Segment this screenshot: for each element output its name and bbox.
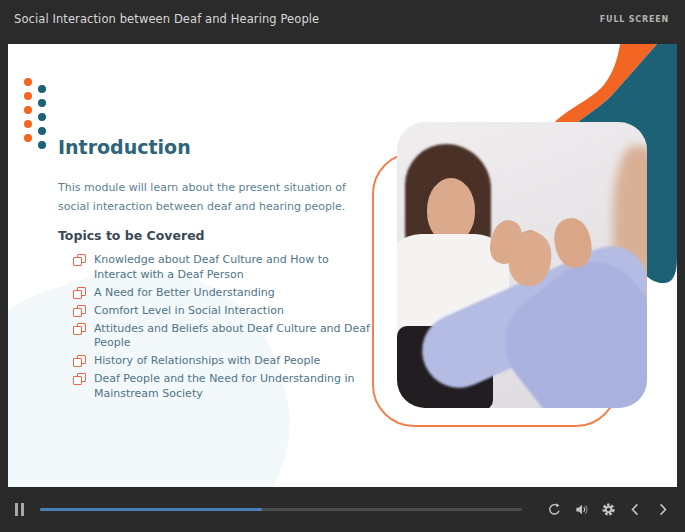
list-item: Attitudes and Beliefs about Deaf Culture… <box>73 322 373 351</box>
gear-icon <box>601 502 616 517</box>
photo-woman-face <box>427 178 475 242</box>
progress-fill <box>40 508 262 511</box>
slide-content: Introduction This module will learn abou… <box>58 135 373 405</box>
topic-label: History of Relationships with Deaf Peopl… <box>94 354 320 369</box>
list-item: Knowledge about Deaf Culture and How to … <box>73 253 373 282</box>
chevron-left-icon <box>628 502 643 517</box>
copy-squares-icon <box>73 254 85 266</box>
page-title: Introduction <box>58 135 373 159</box>
topic-label: Deaf People and the Need for Understandi… <box>94 372 373 401</box>
topic-label: Attitudes and Beliefs about Deaf Culture… <box>94 322 373 351</box>
replay-button[interactable] <box>545 501 563 519</box>
course-title: Social Interaction between Deaf and Hear… <box>14 12 319 26</box>
topics-list: Knowledge about Deaf Culture and How to … <box>58 253 373 401</box>
topic-label: Knowledge about Deaf Culture and How to … <box>94 253 373 282</box>
settings-button[interactable] <box>599 501 617 519</box>
previous-button[interactable] <box>626 501 644 519</box>
copy-squares-icon <box>73 287 85 299</box>
slide-canvas: Introduction This module will learn abou… <box>8 44 677 487</box>
next-button[interactable] <box>653 501 671 519</box>
topic-label: A Need for Better Understanding <box>94 286 275 301</box>
copy-squares-icon <box>73 305 85 317</box>
replay-icon <box>547 502 562 517</box>
copy-squares-icon <box>73 355 85 367</box>
seek-bar[interactable] <box>40 508 522 511</box>
copy-squares-icon <box>73 323 85 335</box>
sign-language-photo <box>397 122 647 408</box>
pause-icon <box>15 503 18 516</box>
player-bar <box>0 487 685 532</box>
fullscreen-button[interactable]: FULL SCREEN <box>600 12 669 24</box>
copy-squares-icon <box>73 373 85 385</box>
intro-paragraph: This module will learn about the present… <box>58 179 363 216</box>
topic-label: Comfort Level in Social Interaction <box>94 304 284 319</box>
volume-button[interactable] <box>572 501 590 519</box>
list-item: A Need for Better Understanding <box>73 286 373 301</box>
topics-heading: Topics to be Covered <box>58 228 373 244</box>
chevron-right-icon <box>655 502 670 517</box>
pause-button[interactable] <box>15 503 24 516</box>
list-item: Comfort Level in Social Interaction <box>73 304 373 319</box>
volume-icon <box>574 502 589 517</box>
list-item: Deaf People and the Need for Understandi… <box>73 372 373 401</box>
list-item: History of Relationships with Deaf Peopl… <box>73 354 373 369</box>
top-bar: Social Interaction between Deaf and Hear… <box>0 0 685 44</box>
